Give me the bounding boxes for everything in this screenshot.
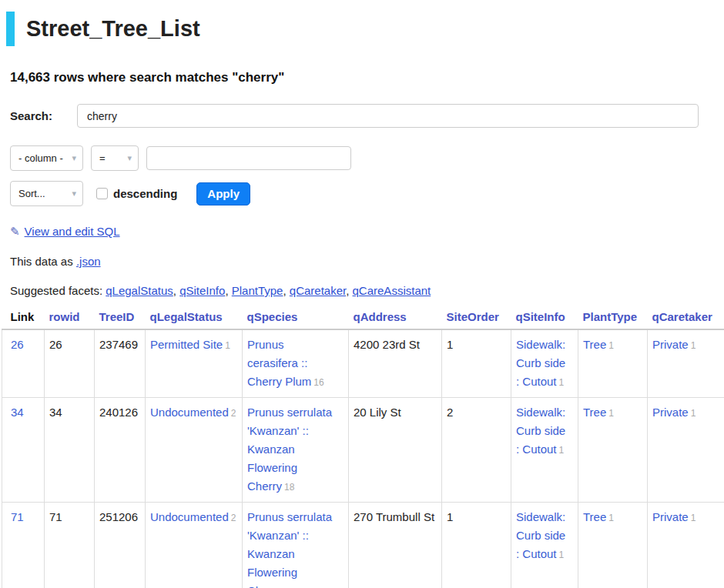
cell-siteorder: 1 xyxy=(442,503,511,588)
sort-link-treeid[interactable]: TreeID xyxy=(99,310,135,323)
row-count-heading: 14,663 rows where search matches "cherry… xyxy=(10,70,724,85)
search-input[interactable] xyxy=(77,104,699,128)
sort-link-qaddress[interactable]: qAddress xyxy=(354,310,407,323)
filter-value-input[interactable] xyxy=(146,146,351,170)
cell-qlegalstatus: Undocumented2 xyxy=(146,503,243,588)
facet-link-planttype[interactable]: PlantType xyxy=(232,284,283,297)
facet-count: 1 xyxy=(225,340,230,351)
cell-link-planttype[interactable]: Tree xyxy=(583,510,606,523)
cell-qlegalstatus: Permitted Site1 xyxy=(146,329,243,398)
facet-count: 1 xyxy=(608,340,614,351)
sort-link-planttype[interactable]: PlantType xyxy=(583,310,638,323)
cell-treeid: 251206 xyxy=(95,503,146,588)
column-select[interactable]: - column - ▾ xyxy=(10,145,83,171)
cell-link-qcaretaker[interactable]: Private xyxy=(652,406,689,419)
cell-text-siteorder: 1 xyxy=(447,338,453,351)
cell-text-rowid: 71 xyxy=(49,510,62,523)
cell-link-qsiteinfo[interactable]: Sidewalk: Curb side : Cutout xyxy=(516,338,565,388)
apply-button[interactable]: Apply xyxy=(196,182,250,205)
page-header: Street_Tree_List xyxy=(6,11,724,46)
chevron-down-icon: ▾ xyxy=(127,153,132,163)
cell-qsiteinfo: Sidewalk: Curb side : Cutout1 xyxy=(511,398,578,503)
cell-text-treeid: 237469 xyxy=(99,338,138,351)
sort-link-qlegalstatus[interactable]: qLegalStatus xyxy=(150,310,223,323)
cell-text-siteorder: 1 xyxy=(447,510,453,523)
cell-qspecies: Prunus cerasifera :: Cherry Plum16 xyxy=(243,329,349,398)
cell-qlegalstatus: Undocumented2 xyxy=(146,398,243,503)
cell-link-qlegalstatus[interactable]: Undocumented xyxy=(150,510,229,523)
sort-link-qsiteinfo[interactable]: qSiteInfo xyxy=(516,310,565,323)
cell-qspecies: Prunus serrulata 'Kwanzan' :: Kwanzan Fl… xyxy=(243,398,349,503)
facets-prefix: Suggested facets: xyxy=(10,284,106,297)
cell-link-qsiteinfo[interactable]: Sidewalk: Curb side : Cutout xyxy=(516,406,565,456)
column-header-treeid: TreeID xyxy=(95,307,146,329)
sort-link-qspecies[interactable]: qSpecies xyxy=(247,310,298,323)
cell-link-planttype[interactable]: Tree xyxy=(583,406,606,419)
column-header-qaddress: qAddress xyxy=(349,307,442,329)
facet-count: 1 xyxy=(691,408,696,419)
cell-planttype: Tree1 xyxy=(578,503,648,588)
table-row: 2626237469Permitted Site1Prunus cerasife… xyxy=(2,329,724,398)
descending-checkbox[interactable] xyxy=(96,188,108,199)
column-header-qsiteinfo: qSiteInfo xyxy=(511,307,578,329)
column-header-qlegalstatus: qLegalStatus xyxy=(146,307,243,329)
cell-qspecies: Prunus serrulata 'Kwanzan' :: Kwanzan Fl… xyxy=(243,503,349,588)
cell-link-qcaretaker[interactable]: Private xyxy=(652,338,689,351)
view-edit-sql-link[interactable]: View and edit SQL xyxy=(25,225,120,238)
cell-text-rowid: 34 xyxy=(49,406,62,419)
search-label: Search: xyxy=(10,109,77,122)
cell-text-siteorder: 2 xyxy=(447,406,453,419)
search-form: Search: xyxy=(10,104,724,128)
pencil-icon: ✎ xyxy=(10,225,20,238)
cell-link-link[interactable]: 26 xyxy=(11,338,24,351)
facet-link-qcaretaker[interactable]: qCaretaker xyxy=(290,284,346,297)
cell-text-treeid: 240126 xyxy=(99,406,138,419)
cell-link-qlegalstatus[interactable]: Permitted Site xyxy=(150,338,223,351)
sort-link-qcaretaker[interactable]: qCaretaker xyxy=(652,310,712,323)
facet-count: 18 xyxy=(284,482,294,493)
cell-qcaretaker: Private1 xyxy=(648,503,724,588)
cell-link-qlegalstatus[interactable]: Undocumented xyxy=(150,406,229,419)
cell-link-qspecies[interactable]: Prunus serrulata 'Kwanzan' :: Kwanzan Fl… xyxy=(247,510,332,588)
cell-treeid: 240126 xyxy=(95,398,146,503)
cell-link-planttype[interactable]: Tree xyxy=(583,338,606,351)
cell-link-qspecies[interactable]: Prunus serrulata 'Kwanzan' :: Kwanzan Fl… xyxy=(247,406,332,493)
facet-count: 1 xyxy=(608,408,614,419)
sql-row: ✎View and edit SQL xyxy=(10,225,724,239)
sort-link-rowid[interactable]: rowid xyxy=(49,310,80,323)
cell-link-link[interactable]: 71 xyxy=(11,510,24,523)
cell-rowid: 71 xyxy=(45,503,95,588)
table-header-row: LinkrowidTreeIDqLegalStatusqSpeciesqAddr… xyxy=(2,307,724,329)
column-header-rowid: rowid xyxy=(45,307,95,329)
filter-row: - column - ▾ = ▾ xyxy=(10,145,724,171)
column-header-siteorder: SiteOrder xyxy=(442,307,511,329)
sort-row: Sort... ▾ descending Apply xyxy=(10,181,724,206)
data-as-prefix: This data as xyxy=(10,255,76,268)
cell-planttype: Tree1 xyxy=(578,329,648,398)
facet-count: 1 xyxy=(691,513,696,523)
json-link[interactable]: .json xyxy=(76,255,101,268)
cell-link-qsiteinfo[interactable]: Sidewalk: Curb side : Cutout xyxy=(516,510,565,560)
cell-qcaretaker: Private1 xyxy=(648,329,724,398)
cell-treeid: 237469 xyxy=(95,329,146,398)
page: Street_Tree_List 14,663 rows where searc… xyxy=(0,0,724,588)
operator-select-value: = xyxy=(99,152,106,164)
sort-select[interactable]: Sort... ▾ xyxy=(10,181,83,206)
facets-row: Suggested facets: qLegalStatus, qSiteInf… xyxy=(10,284,724,297)
facet-link-qsiteinfo[interactable]: qSiteInfo xyxy=(179,284,225,297)
descending-label: descending xyxy=(113,187,177,200)
accent-bar xyxy=(6,12,15,46)
facet-link-qcareassistant[interactable]: qCareAssistant xyxy=(353,284,431,297)
cell-link-qspecies[interactable]: Prunus cerasifera :: Cherry Plum xyxy=(247,338,311,388)
chevron-down-icon: ▾ xyxy=(72,153,76,163)
operator-select[interactable]: = ▾ xyxy=(91,145,139,171)
cell-text-treeid: 251206 xyxy=(99,510,138,523)
column-header-link: Link xyxy=(2,307,45,329)
sort-link-siteorder[interactable]: SiteOrder xyxy=(447,310,499,323)
facet-count: 2 xyxy=(231,513,236,523)
facet-link-qlegalstatus[interactable]: qLegalStatus xyxy=(106,284,173,297)
cell-text-qaddress: 4200 23rd St xyxy=(354,338,420,351)
cell-link-link[interactable]: 34 xyxy=(11,406,24,419)
column-header-planttype: PlantType xyxy=(578,307,648,329)
cell-link-qcaretaker[interactable]: Private xyxy=(652,510,689,523)
